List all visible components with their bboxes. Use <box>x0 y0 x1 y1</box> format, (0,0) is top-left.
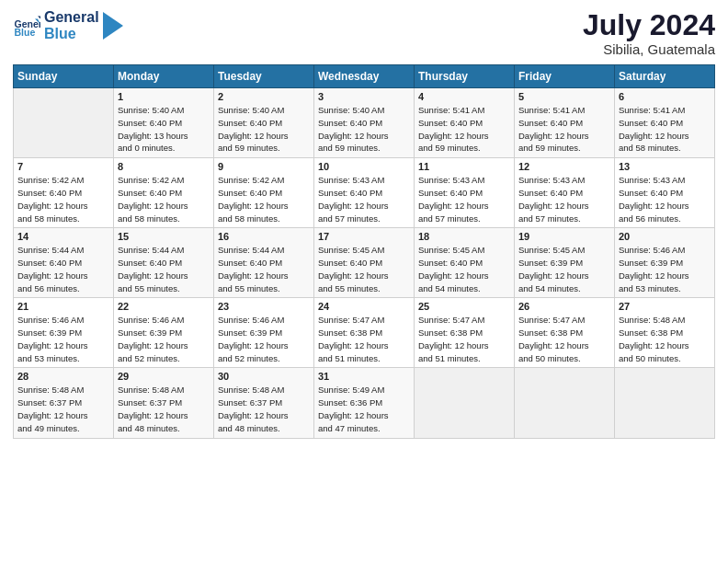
calendar-cell <box>515 368 615 438</box>
day-info: Sunrise: 5:44 AM Sunset: 6:40 PM Dayligh… <box>17 244 109 294</box>
day-info: Sunrise: 5:45 AM Sunset: 6:40 PM Dayligh… <box>418 244 510 294</box>
day-number: 14 <box>17 231 109 242</box>
calendar-cell: 19Sunrise: 5:45 AM Sunset: 6:39 PM Dayli… <box>515 228 615 298</box>
main-title: July 2024 <box>583 9 715 41</box>
day-number: 12 <box>518 161 610 172</box>
day-info: Sunrise: 5:44 AM Sunset: 6:40 PM Dayligh… <box>218 244 310 294</box>
calendar-cell: 23Sunrise: 5:46 AM Sunset: 6:39 PM Dayli… <box>214 298 314 368</box>
calendar-cell: 29Sunrise: 5:48 AM Sunset: 6:37 PM Dayli… <box>114 368 214 438</box>
day-number: 15 <box>118 231 210 242</box>
calendar-cell: 2Sunrise: 5:40 AM Sunset: 6:40 PM Daylig… <box>214 88 314 158</box>
calendar-week-4: 21Sunrise: 5:46 AM Sunset: 6:39 PM Dayli… <box>14 298 715 368</box>
calendar-cell: 17Sunrise: 5:45 AM Sunset: 6:40 PM Dayli… <box>314 228 415 298</box>
calendar-cell: 6Sunrise: 5:41 AM Sunset: 6:40 PM Daylig… <box>615 88 715 158</box>
day-number: 18 <box>418 231 510 242</box>
day-info: Sunrise: 5:43 AM Sunset: 6:40 PM Dayligh… <box>318 174 410 224</box>
page: General Blue General Blue July 2024 Sibi… <box>0 0 728 563</box>
day-info: Sunrise: 5:47 AM Sunset: 6:38 PM Dayligh… <box>318 314 410 364</box>
day-info: Sunrise: 5:46 AM Sunset: 6:39 PM Dayligh… <box>619 244 711 294</box>
day-number: 2 <box>218 91 310 102</box>
calendar-cell: 28Sunrise: 5:48 AM Sunset: 6:37 PM Dayli… <box>14 368 114 438</box>
day-number: 27 <box>619 301 711 312</box>
day-number: 26 <box>518 301 610 312</box>
day-info: Sunrise: 5:48 AM Sunset: 6:37 PM Dayligh… <box>118 384 210 434</box>
day-info: Sunrise: 5:40 AM Sunset: 6:40 PM Dayligh… <box>218 104 310 155</box>
calendar-cell: 27Sunrise: 5:48 AM Sunset: 6:38 PM Dayli… <box>615 298 715 368</box>
day-number: 24 <box>318 301 410 312</box>
calendar-week-3: 14Sunrise: 5:44 AM Sunset: 6:40 PM Dayli… <box>14 228 715 298</box>
header: General Blue General Blue July 2024 Sibi… <box>13 9 715 57</box>
calendar-cell: 12Sunrise: 5:43 AM Sunset: 6:40 PM Dayli… <box>515 158 615 228</box>
calendar-cell: 15Sunrise: 5:44 AM Sunset: 6:40 PM Dayli… <box>114 228 214 298</box>
title-block: July 2024 Sibilia, Guatemala <box>583 9 715 57</box>
calendar-cell <box>14 88 114 158</box>
calendar-cell: 11Sunrise: 5:43 AM Sunset: 6:40 PM Dayli… <box>415 158 515 228</box>
logo: General Blue General Blue <box>13 9 123 41</box>
day-info: Sunrise: 5:46 AM Sunset: 6:39 PM Dayligh… <box>17 314 109 364</box>
calendar-cell: 8Sunrise: 5:42 AM Sunset: 6:40 PM Daylig… <box>114 158 214 228</box>
logo-icon: General Blue <box>13 12 40 40</box>
col-tuesday: Tuesday <box>214 65 314 88</box>
day-info: Sunrise: 5:42 AM Sunset: 6:40 PM Dayligh… <box>118 174 210 224</box>
calendar-cell: 7Sunrise: 5:42 AM Sunset: 6:40 PM Daylig… <box>14 158 114 228</box>
day-info: Sunrise: 5:47 AM Sunset: 6:38 PM Dayligh… <box>418 314 510 364</box>
calendar-cell: 5Sunrise: 5:41 AM Sunset: 6:40 PM Daylig… <box>515 88 615 158</box>
col-saturday: Saturday <box>615 65 715 88</box>
day-number: 5 <box>518 91 610 102</box>
col-sunday: Sunday <box>14 65 114 88</box>
day-number: 29 <box>118 371 210 382</box>
day-number: 13 <box>619 161 711 172</box>
day-number: 19 <box>518 231 610 242</box>
calendar-cell: 10Sunrise: 5:43 AM Sunset: 6:40 PM Dayli… <box>314 158 415 228</box>
calendar-cell: 1Sunrise: 5:40 AM Sunset: 6:40 PM Daylig… <box>114 88 214 158</box>
col-monday: Monday <box>114 65 214 88</box>
calendar-week-5: 28Sunrise: 5:48 AM Sunset: 6:37 PM Dayli… <box>14 368 715 438</box>
calendar-cell <box>615 368 715 438</box>
logo-arrow-icon <box>103 12 123 40</box>
calendar-cell: 18Sunrise: 5:45 AM Sunset: 6:40 PM Dayli… <box>415 228 515 298</box>
day-number: 25 <box>418 301 510 312</box>
calendar-week-1: 1Sunrise: 5:40 AM Sunset: 6:40 PM Daylig… <box>14 88 715 158</box>
day-info: Sunrise: 5:45 AM Sunset: 6:40 PM Dayligh… <box>318 244 410 294</box>
calendar-cell: 13Sunrise: 5:43 AM Sunset: 6:40 PM Dayli… <box>615 158 715 228</box>
day-number: 20 <box>619 231 711 242</box>
day-info: Sunrise: 5:41 AM Sunset: 6:40 PM Dayligh… <box>518 104 610 155</box>
day-number: 31 <box>318 371 410 382</box>
calendar-header-row: Sunday Monday Tuesday Wednesday Thursday… <box>14 65 715 88</box>
day-info: Sunrise: 5:46 AM Sunset: 6:39 PM Dayligh… <box>218 314 310 364</box>
calendar-week-2: 7Sunrise: 5:42 AM Sunset: 6:40 PM Daylig… <box>14 158 715 228</box>
day-number: 16 <box>218 231 310 242</box>
day-info: Sunrise: 5:43 AM Sunset: 6:40 PM Dayligh… <box>518 174 610 224</box>
day-info: Sunrise: 5:48 AM Sunset: 6:37 PM Dayligh… <box>17 384 109 434</box>
day-info: Sunrise: 5:42 AM Sunset: 6:40 PM Dayligh… <box>218 174 310 224</box>
day-number: 8 <box>118 161 210 172</box>
calendar-table: Sunday Monday Tuesday Wednesday Thursday… <box>13 64 715 438</box>
calendar-cell: 14Sunrise: 5:44 AM Sunset: 6:40 PM Dayli… <box>14 228 114 298</box>
col-thursday: Thursday <box>415 65 515 88</box>
calendar-cell: 20Sunrise: 5:46 AM Sunset: 6:39 PM Dayli… <box>615 228 715 298</box>
calendar-cell: 25Sunrise: 5:47 AM Sunset: 6:38 PM Dayli… <box>415 298 515 368</box>
day-number: 30 <box>218 371 310 382</box>
day-number: 22 <box>118 301 210 312</box>
day-info: Sunrise: 5:48 AM Sunset: 6:37 PM Dayligh… <box>218 384 310 434</box>
logo-general: General <box>44 9 99 26</box>
day-info: Sunrise: 5:43 AM Sunset: 6:40 PM Dayligh… <box>619 174 711 224</box>
logo-blue: Blue <box>44 26 99 42</box>
calendar-cell: 9Sunrise: 5:42 AM Sunset: 6:40 PM Daylig… <box>214 158 314 228</box>
day-info: Sunrise: 5:40 AM Sunset: 6:40 PM Dayligh… <box>318 104 410 155</box>
subtitle: Sibilia, Guatemala <box>583 41 715 57</box>
day-number: 10 <box>318 161 410 172</box>
day-number: 7 <box>17 161 109 172</box>
day-number: 17 <box>318 231 410 242</box>
day-info: Sunrise: 5:42 AM Sunset: 6:40 PM Dayligh… <box>17 174 109 224</box>
day-number: 1 <box>118 91 210 102</box>
calendar-cell: 21Sunrise: 5:46 AM Sunset: 6:39 PM Dayli… <box>14 298 114 368</box>
day-number: 11 <box>418 161 510 172</box>
day-info: Sunrise: 5:43 AM Sunset: 6:40 PM Dayligh… <box>418 174 510 224</box>
day-number: 23 <box>218 301 310 312</box>
day-info: Sunrise: 5:47 AM Sunset: 6:38 PM Dayligh… <box>518 314 610 364</box>
day-info: Sunrise: 5:49 AM Sunset: 6:36 PM Dayligh… <box>318 384 410 434</box>
day-number: 3 <box>318 91 410 102</box>
calendar-cell: 31Sunrise: 5:49 AM Sunset: 6:36 PM Dayli… <box>314 368 415 438</box>
day-number: 4 <box>418 91 510 102</box>
